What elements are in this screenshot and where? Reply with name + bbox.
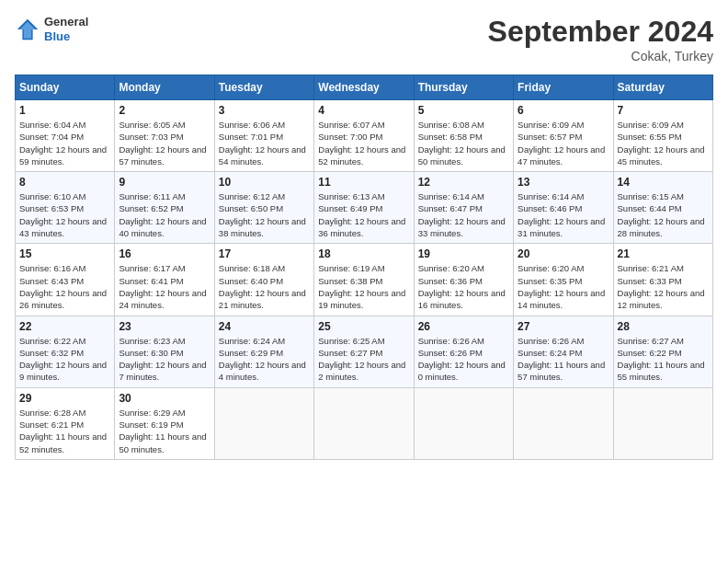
day-info: Sunrise: 6:05 AMSunset: 7:03 PMDaylight:…	[119, 119, 210, 167]
table-row: 3 Sunrise: 6:06 AMSunset: 7:01 PMDayligh…	[214, 100, 313, 172]
logo-icon	[15, 17, 40, 42]
table-row: 5 Sunrise: 6:08 AMSunset: 6:58 PMDayligh…	[414, 100, 513, 172]
day-number: 17	[219, 247, 310, 260]
day-info: Sunrise: 6:18 AMSunset: 6:40 PMDaylight:…	[219, 262, 310, 311]
table-row: 16 Sunrise: 6:17 AMSunset: 6:41 PMDaylig…	[115, 244, 214, 316]
calendar-week-row: 22 Sunrise: 6:22 AMSunset: 6:32 PMDaylig…	[16, 316, 713, 387]
table-row: 1 Sunrise: 6:04 AMSunset: 7:04 PMDayligh…	[16, 100, 115, 172]
calendar-week-row: 15 Sunrise: 6:16 AMSunset: 6:43 PMDaylig…	[16, 244, 713, 316]
table-row: 7 Sunrise: 6:09 AMSunset: 6:55 PMDayligh…	[613, 100, 712, 172]
col-sunday: Sunday	[16, 75, 115, 100]
table-row	[414, 387, 513, 459]
day-info: Sunrise: 6:07 AMSunset: 7:00 PMDaylight:…	[318, 119, 409, 167]
table-row: 11 Sunrise: 6:13 AMSunset: 6:49 PMDaylig…	[314, 172, 414, 244]
day-number: 12	[418, 176, 509, 189]
day-number: 7	[618, 104, 709, 117]
col-wednesday: Wednesday	[314, 75, 414, 100]
table-row	[214, 387, 313, 459]
table-row	[514, 387, 613, 459]
calendar-week-row: 29 Sunrise: 6:28 AMSunset: 6:21 PMDaylig…	[16, 387, 713, 459]
day-number: 30	[119, 392, 210, 405]
table-row: 8 Sunrise: 6:10 AMSunset: 6:53 PMDayligh…	[16, 172, 115, 244]
title-block: September 2024 Cokak, Turkey	[488, 15, 713, 63]
table-row: 12 Sunrise: 6:14 AMSunset: 6:47 PMDaylig…	[414, 172, 513, 244]
table-row: 2 Sunrise: 6:05 AMSunset: 7:03 PMDayligh…	[115, 100, 214, 172]
col-thursday: Thursday	[414, 75, 513, 100]
day-info: Sunrise: 6:14 AMSunset: 6:46 PMDaylight:…	[518, 190, 609, 239]
day-number: 1	[19, 104, 110, 117]
day-number: 18	[318, 247, 409, 260]
day-info: Sunrise: 6:20 AMSunset: 6:36 PMDaylight:…	[418, 262, 509, 311]
table-row: 20 Sunrise: 6:20 AMSunset: 6:35 PMDaylig…	[514, 244, 613, 316]
logo: General Blue	[15, 15, 88, 43]
table-row: 25 Sunrise: 6:25 AMSunset: 6:27 PMDaylig…	[314, 316, 414, 387]
day-info: Sunrise: 6:26 AMSunset: 6:24 PMDaylight:…	[518, 335, 609, 384]
svg-marker-1	[20, 21, 36, 38]
day-info: Sunrise: 6:25 AMSunset: 6:27 PMDaylight:…	[318, 335, 409, 384]
table-row: 14 Sunrise: 6:15 AMSunset: 6:44 PMDaylig…	[613, 172, 712, 244]
table-row: 26 Sunrise: 6:26 AMSunset: 6:26 PMDaylig…	[414, 316, 513, 387]
day-info: Sunrise: 6:16 AMSunset: 6:43 PMDaylight:…	[19, 262, 110, 311]
day-number: 5	[418, 104, 509, 117]
day-info: Sunrise: 6:22 AMSunset: 6:32 PMDaylight:…	[19, 335, 110, 384]
day-info: Sunrise: 6:14 AMSunset: 6:47 PMDaylight:…	[418, 190, 509, 239]
table-row: 22 Sunrise: 6:22 AMSunset: 6:32 PMDaylig…	[16, 316, 115, 387]
table-row: 27 Sunrise: 6:26 AMSunset: 6:24 PMDaylig…	[514, 316, 613, 387]
table-row: 30 Sunrise: 6:29 AMSunset: 6:19 PMDaylig…	[115, 387, 214, 459]
table-row: 19 Sunrise: 6:20 AMSunset: 6:36 PMDaylig…	[414, 244, 513, 316]
table-row: 23 Sunrise: 6:23 AMSunset: 6:30 PMDaylig…	[115, 316, 214, 387]
day-number: 19	[418, 247, 509, 260]
day-info: Sunrise: 6:13 AMSunset: 6:49 PMDaylight:…	[318, 190, 409, 239]
day-info: Sunrise: 6:11 AMSunset: 6:52 PMDaylight:…	[119, 190, 210, 239]
day-info: Sunrise: 6:06 AMSunset: 7:01 PMDaylight:…	[219, 119, 310, 167]
day-info: Sunrise: 6:09 AMSunset: 6:57 PMDaylight:…	[518, 119, 609, 167]
day-number: 24	[219, 320, 310, 333]
table-row: 15 Sunrise: 6:16 AMSunset: 6:43 PMDaylig…	[16, 244, 115, 316]
day-number: 22	[19, 320, 110, 333]
day-info: Sunrise: 6:20 AMSunset: 6:35 PMDaylight:…	[518, 262, 609, 311]
table-row: 9 Sunrise: 6:11 AMSunset: 6:52 PMDayligh…	[115, 172, 214, 244]
table-row: 18 Sunrise: 6:19 AMSunset: 6:38 PMDaylig…	[314, 244, 414, 316]
col-tuesday: Tuesday	[214, 75, 313, 100]
day-info: Sunrise: 6:26 AMSunset: 6:26 PMDaylight:…	[418, 335, 509, 384]
day-number: 16	[119, 247, 210, 260]
day-number: 2	[119, 104, 210, 117]
day-info: Sunrise: 6:23 AMSunset: 6:30 PMDaylight:…	[119, 335, 210, 384]
day-info: Sunrise: 6:21 AMSunset: 6:33 PMDaylight:…	[618, 262, 709, 311]
day-info: Sunrise: 6:15 AMSunset: 6:44 PMDaylight:…	[618, 190, 709, 239]
calendar-table: Sunday Monday Tuesday Wednesday Thursday…	[15, 75, 713, 460]
day-number: 9	[119, 176, 210, 189]
day-info: Sunrise: 6:28 AMSunset: 6:21 PMDaylight:…	[19, 407, 110, 455]
day-number: 14	[618, 176, 709, 189]
col-friday: Friday	[514, 75, 613, 100]
table-row: 17 Sunrise: 6:18 AMSunset: 6:40 PMDaylig…	[214, 244, 313, 316]
day-info: Sunrise: 6:08 AMSunset: 6:58 PMDaylight:…	[418, 119, 509, 167]
table-row: 10 Sunrise: 6:12 AMSunset: 6:50 PMDaylig…	[214, 172, 313, 244]
col-saturday: Saturday	[613, 75, 712, 100]
day-info: Sunrise: 6:04 AMSunset: 7:04 PMDaylight:…	[19, 119, 110, 167]
table-row: 29 Sunrise: 6:28 AMSunset: 6:21 PMDaylig…	[16, 387, 115, 459]
logo-general: General	[44, 15, 88, 29]
table-row	[314, 387, 414, 459]
location: Cokak, Turkey	[488, 49, 713, 63]
table-row: 6 Sunrise: 6:09 AMSunset: 6:57 PMDayligh…	[514, 100, 613, 172]
day-info: Sunrise: 6:09 AMSunset: 6:55 PMDaylight:…	[618, 119, 709, 167]
day-number: 6	[518, 104, 609, 117]
day-number: 13	[518, 176, 609, 189]
day-number: 4	[318, 104, 409, 117]
day-number: 29	[19, 392, 110, 405]
month-title: September 2024	[488, 15, 713, 49]
table-row: 4 Sunrise: 6:07 AMSunset: 7:00 PMDayligh…	[314, 100, 414, 172]
day-number: 8	[19, 176, 110, 189]
day-info: Sunrise: 6:27 AMSunset: 6:22 PMDaylight:…	[618, 335, 709, 384]
table-row: 13 Sunrise: 6:14 AMSunset: 6:46 PMDaylig…	[514, 172, 613, 244]
calendar-header-row: Sunday Monday Tuesday Wednesday Thursday…	[16, 75, 713, 100]
page-header: General Blue September 2024 Cokak, Turke…	[15, 15, 713, 63]
day-info: Sunrise: 6:19 AMSunset: 6:38 PMDaylight:…	[318, 262, 409, 311]
day-info: Sunrise: 6:10 AMSunset: 6:53 PMDaylight:…	[19, 190, 110, 239]
day-number: 27	[518, 320, 609, 333]
day-number: 3	[219, 104, 310, 117]
day-info: Sunrise: 6:12 AMSunset: 6:50 PMDaylight:…	[219, 190, 310, 239]
day-info: Sunrise: 6:17 AMSunset: 6:41 PMDaylight:…	[119, 262, 210, 311]
day-number: 15	[19, 247, 110, 260]
